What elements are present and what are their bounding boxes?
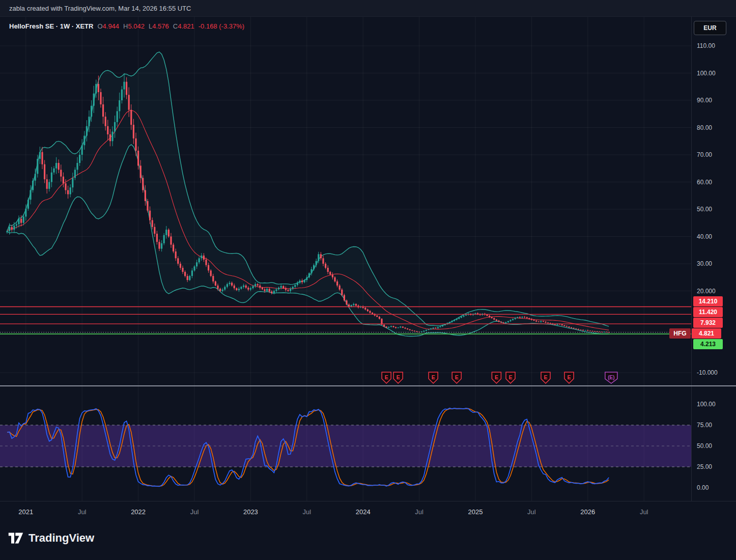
attribution-text: zabla created with TradingView.com, Mar … [9, 5, 191, 12]
change-value: -0.168 (-3.37%) [199, 22, 244, 30]
earnings-marker[interactable]: E [452, 372, 461, 383]
stoch-tick: 25.00 [697, 463, 712, 470]
time-label-Jul: Jul [78, 508, 87, 516]
symbol-title[interactable]: HelloFresh SE · 1W · XETR [9, 22, 93, 30]
earnings-marker[interactable]: E [564, 372, 574, 383]
tradingview-logo-text: TradingView [29, 531, 94, 545]
price-label-value: 4.821 [692, 328, 721, 339]
price-label-value: 7.932 [693, 318, 723, 328]
time-label-2024: 2024 [356, 508, 371, 516]
tradingview-chart-window: zabla created with TradingView.com, Mar … [0, 0, 736, 560]
price-tick: 60.00 [697, 179, 712, 186]
time-label-2022: 2022 [131, 508, 146, 516]
stoch-tick: 0.00 [697, 484, 709, 491]
currency-button[interactable]: EUR [694, 21, 726, 35]
earnings-marker[interactable]: E [393, 372, 403, 383]
time-axis[interactable]: 2021Jul2022Jul2023Jul2024Jul2025Jul2026J… [0, 501, 736, 524]
price-label-value: 4.213 [693, 339, 723, 349]
price-tick: 110.00 [697, 42, 715, 49]
earnings-marker[interactable]: E [492, 372, 501, 383]
ohlc-c: C4.821 [173, 22, 194, 30]
svg-text:E: E [397, 374, 400, 380]
price-label-4.213: 4.213 [693, 339, 723, 349]
price-tick: 80.00 [697, 124, 712, 131]
tradingview-logo-icon [8, 531, 23, 545]
time-label-Jul: Jul [302, 508, 311, 516]
svg-text:E: E [432, 374, 435, 380]
time-label-Jul: Jul [415, 508, 423, 516]
ohlc-values: O4.944H5.042L4.576C4.821 [97, 22, 194, 30]
stoch-tick: 100.00 [697, 401, 716, 408]
stochastic-panel-chart[interactable] [0, 386, 691, 501]
price-label-7.932: 7.932 [693, 318, 723, 328]
price-tick: 90.00 [697, 97, 712, 104]
price-label-4.821: HFG4.821 [669, 328, 721, 339]
ohlc-l: L4.576 [149, 22, 169, 30]
time-label-2026: 2026 [580, 508, 595, 516]
price-tick: 70.00 [697, 151, 712, 158]
price-label-value: 14.210 [693, 296, 723, 306]
time-label-Jul: Jul [527, 508, 536, 516]
ohlc-o: O4.944 [97, 22, 119, 30]
price-tick: 30.00 [697, 260, 712, 267]
time-label-2025: 2025 [468, 508, 483, 516]
stoch-tick: 75.00 [697, 422, 712, 429]
ohlc-h: H5.042 [123, 22, 145, 30]
price-scale[interactable]: 110.00100.0090.0080.0070.0060.0050.0040.… [691, 17, 736, 385]
price-label-11.420: 11.420 [693, 307, 723, 317]
price-tick: 50.00 [697, 206, 712, 213]
stochastic-scale[interactable]: 100.0075.0050.0025.000.00 [691, 386, 736, 501]
stoch-tick: 50.00 [697, 442, 712, 450]
time-label-2023: 2023 [243, 508, 258, 516]
tradingview-logo[interactable]: TradingView [8, 531, 94, 545]
pane-divider[interactable] [0, 385, 736, 386]
earnings-marker[interactable]: E [429, 372, 438, 383]
svg-text:E: E [455, 374, 459, 380]
svg-text:E: E [544, 374, 547, 380]
earnings-marker[interactable]: E [541, 372, 550, 383]
attribution-bar: zabla created with TradingView.com, Mar … [0, 0, 736, 17]
time-label-2021: 2021 [18, 508, 33, 516]
time-label-Jul: Jul [640, 508, 648, 516]
price-label-value: 11.420 [693, 307, 723, 317]
price-tick: -10.000 [697, 369, 718, 376]
price-tick: 40.00 [697, 233, 712, 240]
chart-legend[interactable]: HelloFresh SE · 1W · XETR O4.944H5.042L4… [9, 22, 244, 30]
bollinger-fill [7, 52, 609, 336]
earnings-marker[interactable]: E [506, 372, 515, 383]
price-tick: 20.000 [697, 288, 716, 295]
price-label-14.210: 14.210 [693, 296, 723, 306]
earnings-marker[interactable]: E [382, 372, 391, 383]
series-ticker-label: HFG [669, 328, 691, 339]
price-chart[interactable]: EEEEEEEE(E) [0, 17, 691, 385]
earnings-marker[interactable]: (E) [605, 372, 617, 383]
price-tick: 100.00 [697, 70, 716, 77]
svg-text:(E): (E) [608, 375, 614, 380]
svg-text:E: E [567, 374, 571, 380]
svg-text:E: E [508, 374, 512, 380]
time-label-Jul: Jul [190, 508, 199, 516]
svg-text:E: E [385, 374, 388, 380]
svg-text:E: E [495, 374, 498, 380]
